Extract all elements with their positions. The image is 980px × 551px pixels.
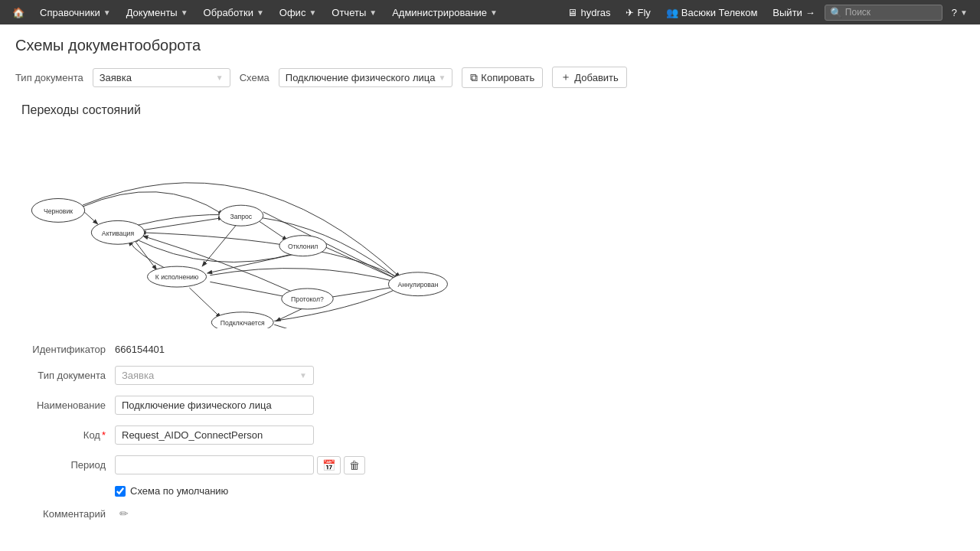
state-diagram: Черновик Активация Запрос Отклонил К исп… xyxy=(15,129,459,328)
name-row: Наименование xyxy=(15,396,965,415)
form-doc-type-label: Тип документа xyxy=(15,370,115,381)
nav-fly[interactable]: ✈ Fly xyxy=(619,0,656,24)
chevron-down-icon: ▼ xyxy=(181,8,188,17)
period-label: Период xyxy=(15,459,115,471)
transitions-section: Переходы состояний xyxy=(15,103,965,328)
fly-icon: ✈ xyxy=(626,7,634,18)
default-schema-label: Схема по умолчанию xyxy=(130,485,228,497)
period-controls: 📅 🗑 xyxy=(115,455,365,474)
company-icon: 👥 xyxy=(666,7,678,18)
edit-icon[interactable]: ✏ xyxy=(119,507,129,520)
clear-button[interactable]: 🗑 xyxy=(344,456,365,474)
svg-line-2 xyxy=(134,240,156,269)
nav-help[interactable]: ? ▼ xyxy=(946,0,974,24)
name-input[interactable] xyxy=(115,396,314,415)
svg-line-3 xyxy=(260,221,287,240)
calendar-icon: 📅 xyxy=(322,459,335,471)
name-label: Наименование xyxy=(15,399,115,411)
svg-text:Протокол?: Протокол? xyxy=(291,295,324,303)
doc-type-label: Тип документа xyxy=(15,72,83,83)
search-icon: 🔍 xyxy=(830,7,842,18)
toolbar: Тип документа Заявка ▼ Схема Подключение… xyxy=(15,67,965,88)
chevron-down-icon: ▼ xyxy=(256,8,264,17)
chevron-down-icon: ▼ xyxy=(369,8,377,17)
svg-line-8 xyxy=(210,282,289,297)
copy-button[interactable]: ⧉ Копировать xyxy=(462,67,543,88)
svg-line-10 xyxy=(329,286,399,297)
add-icon: ＋ xyxy=(560,70,571,84)
nav-item-admin[interactable]: Администрирование ▼ xyxy=(386,0,504,24)
nav-item-processing[interactable]: Обработки ▼ xyxy=(198,0,270,24)
copy-icon: ⧉ xyxy=(470,71,478,84)
svg-line-1 xyxy=(142,218,223,230)
form-section: Идентификатор 666154401 Тип документа За… xyxy=(15,344,965,520)
default-schema-checkbox[interactable] xyxy=(115,486,126,497)
add-button[interactable]: ＋ Добавить xyxy=(552,67,626,88)
nav-item-reports[interactable]: Отчеты ▼ xyxy=(325,0,383,24)
home-button[interactable]: 🏠 xyxy=(6,0,31,24)
chevron-down-icon: ▼ xyxy=(960,8,968,17)
transitions-title: Переходы состояний xyxy=(15,103,965,117)
svg-text:Отклонил: Отклонил xyxy=(288,243,318,250)
chevron-down-icon: ▼ xyxy=(490,8,498,17)
svg-line-12 xyxy=(274,324,341,328)
chevron-down-icon: ▼ xyxy=(103,8,111,17)
svg-text:Активация: Активация xyxy=(102,230,135,237)
nav-item-documents[interactable]: Документы ▼ xyxy=(120,0,194,24)
nav-right-section: 🖥 hydras ✈ Fly 👥 Васюки Телеком Выйти → … xyxy=(561,0,974,24)
chevron-down-icon: ▼ xyxy=(438,73,446,82)
form-doc-type-row: Тип документа Заявка ▼ xyxy=(15,366,965,385)
page-content: Схемы документооборота Тип документа Зая… xyxy=(0,24,980,543)
schema-label: Схема xyxy=(240,72,270,83)
code-row: Код xyxy=(15,425,965,445)
schema-select[interactable]: Подключение физического лица ▼ xyxy=(279,68,453,87)
logout-icon: → xyxy=(805,7,815,18)
svg-text:Запрос: Запрос xyxy=(230,213,252,220)
nav-logout[interactable]: Выйти → xyxy=(766,0,822,24)
top-navigation: 🏠 Справочники ▼ Документы ▼ Обработки ▼ … xyxy=(0,0,980,24)
nav-item-references[interactable]: Справочники ▼ xyxy=(34,0,117,24)
svg-line-7 xyxy=(326,247,400,280)
search-box[interactable]: 🔍 xyxy=(825,5,942,21)
chevron-down-icon: ▼ xyxy=(309,8,316,17)
calendar-button[interactable]: 📅 xyxy=(317,456,341,474)
svg-line-4 xyxy=(203,223,237,266)
svg-text:Черновик: Черновик xyxy=(44,207,73,215)
nav-item-office[interactable]: Офис ▼ xyxy=(273,0,322,24)
id-label: Идентификатор xyxy=(15,344,115,355)
form-doc-type-select[interactable]: Заявка ▼ xyxy=(115,366,314,385)
comment-row: Комментарий ✏ xyxy=(15,507,965,520)
chevron-down-icon: ▼ xyxy=(216,73,224,82)
nav-company[interactable]: 👥 Васюки Телеком xyxy=(660,0,764,24)
svg-line-9 xyxy=(189,288,220,318)
code-input[interactable] xyxy=(115,425,314,445)
page-title: Схемы документооборота xyxy=(15,37,965,54)
code-label: Код xyxy=(15,429,115,441)
search-input[interactable] xyxy=(845,7,937,18)
id-value: 666154401 xyxy=(115,344,165,355)
comment-label: Комментарий xyxy=(15,508,115,520)
period-input[interactable] xyxy=(115,455,314,474)
chevron-down-icon: ▼ xyxy=(299,371,307,380)
id-row: Идентификатор 666154401 xyxy=(15,344,965,355)
trash-icon: 🗑 xyxy=(349,459,360,471)
svg-text:Подключается: Подключается xyxy=(220,319,265,327)
doc-type-select[interactable]: Заявка ▼ xyxy=(93,68,230,87)
default-schema-row: Схема по умолчанию xyxy=(115,485,965,497)
svg-text:К исполнению: К исполнению xyxy=(155,273,199,281)
server-icon: 🖥 xyxy=(567,7,577,18)
home-icon: 🏠 xyxy=(12,7,24,18)
period-row: Период 📅 🗑 xyxy=(15,455,965,474)
svg-text:Аннулирован: Аннулирован xyxy=(397,281,438,289)
diagram-container: Черновик Активация Запрос Отклонил К исп… xyxy=(15,129,965,328)
nav-hydras[interactable]: 🖥 hydras xyxy=(561,0,616,24)
